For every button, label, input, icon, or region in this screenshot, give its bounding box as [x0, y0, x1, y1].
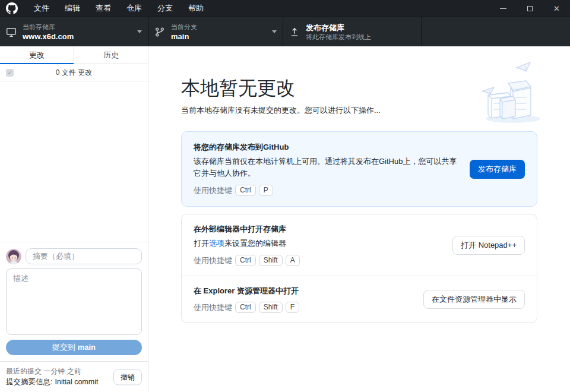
- tab-history[interactable]: 历史: [74, 46, 148, 64]
- menu-file[interactable]: 文件: [26, 0, 57, 17]
- publish-card-title: 将您的存储库发布到GitHub: [194, 142, 460, 153]
- open-in-explorer-section: 在 Explorer 资源管理器中打开 使用快捷键 Ctrl Shift F 在…: [182, 276, 537, 323]
- menu-repository[interactable]: 仓库: [119, 0, 150, 17]
- repository-label: 当前存储库: [23, 23, 134, 31]
- maximize-icon: [527, 6, 533, 11]
- toolbar: 当前存储库 www.x6d.com 当前分支 main 发布存储库 将此存储库发…: [0, 17, 570, 46]
- shortcut-label: 使用快捷键: [194, 255, 232, 266]
- page-subtitle: 当前本地存储库没有未提交的更改。您可以进行以下操作...: [181, 105, 537, 116]
- publish-repository-toolbar-button[interactable]: 发布存储库 将此存储库发布到线上: [283, 17, 422, 46]
- commit-description-input[interactable]: [6, 268, 142, 335]
- commit-button-branch: main: [78, 343, 96, 352]
- kbd-p: P: [259, 185, 273, 196]
- page-title: 本地暂无更改: [181, 76, 537, 100]
- kbd-shift: Shift: [259, 302, 283, 313]
- menu-edit[interactable]: 编辑: [57, 0, 88, 17]
- commit-summary-input[interactable]: [26, 248, 142, 264]
- repository-name: www.x6d.com: [23, 31, 134, 42]
- computer-icon: [6, 27, 23, 37]
- publish-title: 发布存储库: [306, 23, 415, 33]
- open-in-editor-section: 在外部编辑器中打开存储库 打开选项来设置您的编辑器 使用快捷键 Ctrl Shi…: [182, 214, 537, 276]
- shortcut-label: 使用快捷键: [194, 302, 232, 313]
- kbd-ctrl: Ctrl: [235, 255, 256, 266]
- kbd-ctrl: Ctrl: [235, 185, 256, 196]
- shortcut-label: 使用快捷键: [194, 185, 232, 196]
- titlebar: 文件 编辑 查看 仓库 分支 帮助 ✕: [0, 0, 570, 17]
- tab-changes[interactable]: 更改: [0, 46, 74, 64]
- changed-files-header: ✓ 0 文件 更改: [0, 64, 148, 81]
- open-editor-button[interactable]: 打开 Notepad++: [452, 236, 525, 255]
- close-icon: ✕: [553, 5, 560, 12]
- current-repository-dropdown[interactable]: 当前存储库 www.x6d.com: [0, 17, 148, 46]
- kbd-f: F: [286, 302, 299, 313]
- window-controls: ✕: [490, 0, 570, 17]
- menu-view[interactable]: 查看: [88, 0, 119, 17]
- show-in-explorer-button[interactable]: 在文件资源管理器中显示: [423, 290, 525, 309]
- avatar: [6, 249, 21, 264]
- kbd-shift: Shift: [259, 255, 283, 266]
- upload-icon: [289, 27, 306, 37]
- kbd-ctrl: Ctrl: [235, 302, 256, 313]
- commit-button[interactable]: 提交到 main: [6, 340, 142, 355]
- minimize-button[interactable]: [490, 0, 517, 17]
- menu-help[interactable]: 帮助: [180, 0, 211, 17]
- changed-files-count: 0 文件 更改: [0, 68, 148, 78]
- changes-list-empty: [0, 81, 148, 242]
- chevron-down-icon: [272, 30, 277, 33]
- sidebar-tabs: 更改 历史: [0, 46, 148, 64]
- select-all-checkbox[interactable]: ✓: [6, 69, 14, 77]
- undo-button[interactable]: 撤销: [113, 369, 142, 385]
- publish-card-body: 该存储库当前仅在本地计算机上可用。通过将其发布在GitHub上，您可以共享它并与…: [194, 156, 460, 179]
- publish-subtitle: 将此存储库发布到线上: [306, 33, 415, 42]
- actions-card-group: 在外部编辑器中打开存储库 打开选项来设置您的编辑器 使用快捷键 Ctrl Shi…: [181, 214, 537, 323]
- editor-section-title: 在外部编辑器中打开存储库: [194, 224, 443, 235]
- maximize-button[interactable]: [517, 0, 543, 17]
- recent-commit-summary-label: 提交摘要信息:: [6, 378, 52, 386]
- current-branch-dropdown[interactable]: 当前分支 main: [148, 17, 283, 46]
- close-button[interactable]: ✕: [543, 0, 570, 17]
- sidebar: 更改 历史 ✓ 0 文件 更改: [0, 46, 148, 392]
- branch-label: 当前分支: [171, 23, 268, 31]
- publish-card: 将您的存储库发布到GitHub 该存储库当前仅在本地计算机上可用。通过将其发布在…: [181, 131, 537, 207]
- main-panel: 本地暂无更改 当前本地存储库没有未提交的更改。您可以进行以下操作... 将您的存…: [148, 46, 570, 392]
- recent-commit-summary-value: Initial commit: [55, 378, 98, 386]
- publish-repository-button[interactable]: 发布存储库: [470, 160, 525, 179]
- menu-branch[interactable]: 分支: [150, 0, 180, 17]
- editor-body-suffix: 来设置您的编辑器: [224, 239, 286, 248]
- minimize-icon: [500, 8, 506, 9]
- editor-body-prefix: 打开: [194, 239, 209, 248]
- chevron-down-icon: [137, 30, 142, 33]
- kbd-a: A: [286, 255, 300, 266]
- github-logo-icon: [5, 2, 18, 15]
- recent-commit-panel: 最近的提交 一分钟 之前 提交摘要信息:Initial commit 撤销: [0, 361, 148, 392]
- editor-section-body: 打开选项来设置您的编辑器: [194, 238, 443, 249]
- commit-button-prefix: 提交到: [52, 343, 78, 352]
- options-link[interactable]: 选项: [209, 239, 224, 248]
- commit-form: 提交到 main: [0, 242, 148, 361]
- branch-name: main: [171, 31, 268, 42]
- github-desktop-window: 文件 编辑 查看 仓库 分支 帮助 ✕ 当前存储库 www.x6d.com: [0, 0, 570, 392]
- explorer-section-title: 在 Explorer 资源管理器中打开: [194, 286, 414, 296]
- git-branch-icon: [154, 27, 171, 37]
